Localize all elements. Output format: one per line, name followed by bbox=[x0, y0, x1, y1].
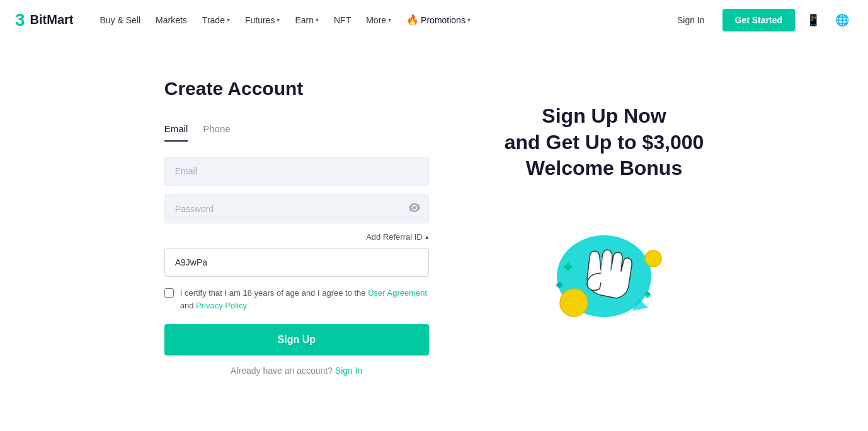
chevron-down-icon: ▾ bbox=[388, 16, 391, 23]
globe-icon[interactable]: 🌐 bbox=[831, 9, 853, 31]
password-input[interactable] bbox=[164, 194, 429, 223]
chevron-up-icon: ▴ bbox=[425, 233, 429, 241]
email-input-group bbox=[164, 157, 429, 186]
age-agreement-checkbox[interactable] bbox=[164, 288, 174, 298]
nav-actions: Sign In Get Started 📱 🌐 bbox=[667, 9, 853, 31]
logo[interactable]: 3 BitMart bbox=[15, 10, 73, 30]
promo-illustration bbox=[522, 201, 686, 327]
nav-item-earn[interactable]: Earn ▾ bbox=[288, 10, 325, 30]
svg-point-4 bbox=[645, 250, 661, 267]
chevron-down-icon: ▾ bbox=[467, 16, 471, 23]
email-input[interactable] bbox=[164, 157, 429, 186]
tabs: Email Phone bbox=[164, 117, 429, 142]
page-title: Create Account bbox=[164, 78, 429, 99]
nav-item-buy-sell[interactable]: Buy & Sell bbox=[93, 10, 147, 30]
eye-icon[interactable] bbox=[409, 203, 420, 215]
promo-title: Sign Up Now and Get Up to $3,000 Welcome… bbox=[505, 103, 704, 182]
navbar: 3 BitMart Buy & Sell Markets Trade ▾ Fut… bbox=[0, 0, 868, 40]
tab-phone[interactable]: Phone bbox=[203, 117, 230, 142]
signin-link[interactable]: Sign In bbox=[335, 366, 363, 376]
download-icon[interactable]: 📱 bbox=[802, 9, 824, 31]
referral-id-input[interactable] bbox=[164, 248, 429, 277]
get-started-button[interactable]: Get Started bbox=[722, 9, 795, 31]
promo-section: Sign Up Now and Get Up to $3,000 Welcome… bbox=[505, 78, 704, 327]
nav-links: Buy & Sell Markets Trade ▾ Futures ▾ Ear… bbox=[93, 9, 666, 31]
nav-item-markets[interactable]: Markets bbox=[149, 10, 193, 30]
checkbox-row: I certify that I am 18 years of age and … bbox=[164, 287, 429, 311]
fire-icon: 🔥 bbox=[406, 14, 419, 26]
main-content: Create Account Email Phone Add Referral … bbox=[0, 40, 868, 431]
signin-link-row: Already have an account? Sign In bbox=[164, 366, 429, 376]
user-agreement-link[interactable]: User Agreement bbox=[368, 288, 427, 298]
svg-point-3 bbox=[560, 289, 588, 316]
tab-email[interactable]: Email bbox=[164, 117, 188, 142]
form-section: Create Account Email Phone Add Referral … bbox=[164, 78, 429, 376]
password-input-group bbox=[164, 194, 429, 223]
nav-item-nft[interactable]: NFT bbox=[328, 10, 357, 30]
nav-item-promotions[interactable]: 🔥 Promotions ▾ bbox=[400, 9, 477, 31]
chevron-down-icon: ▾ bbox=[316, 16, 319, 23]
logo-icon: 3 bbox=[15, 10, 25, 30]
chevron-down-icon: ▾ bbox=[227, 16, 230, 23]
signup-button[interactable]: Sign Up bbox=[164, 324, 429, 355]
referral-toggle[interactable]: Add Referral ID ▴ bbox=[164, 232, 429, 242]
sign-in-button[interactable]: Sign In bbox=[667, 10, 715, 30]
chevron-down-icon: ▾ bbox=[277, 16, 280, 23]
logo-text: BitMart bbox=[30, 13, 74, 27]
nav-item-futures[interactable]: Futures ▾ bbox=[239, 10, 286, 30]
nav-item-trade[interactable]: Trade ▾ bbox=[196, 10, 236, 30]
privacy-policy-link[interactable]: Privacy Policy bbox=[196, 301, 247, 310]
nav-item-more[interactable]: More ▾ bbox=[360, 10, 397, 30]
